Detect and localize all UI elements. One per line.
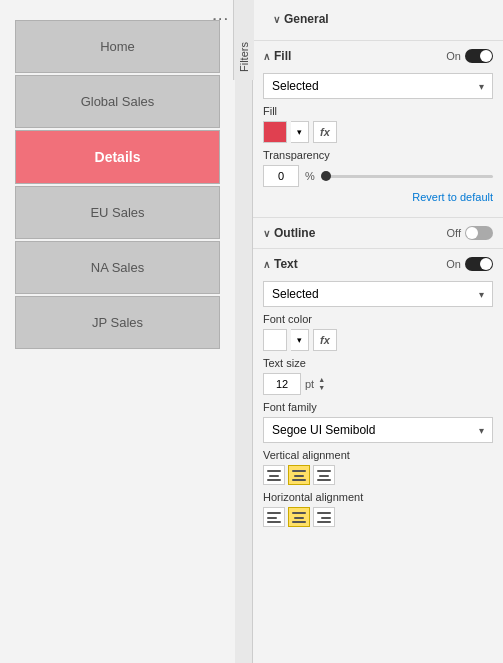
font-color-dropdown-chevron-icon: ▾ <box>297 335 302 345</box>
fill-color-label: Fill <box>263 105 493 117</box>
general-section-header: ∨ General <box>253 0 503 38</box>
font-family-chevron-icon: ▾ <box>479 425 484 436</box>
nav-item-eu-sales[interactable]: EU Sales <box>15 186 220 239</box>
fill-selected-dropdown[interactable]: Selected ▾ <box>263 73 493 99</box>
fill-section: ∧ Fill On Selected ▾ Fill ▾ <box>253 43 503 215</box>
nav-item-global-sales[interactable]: Global Sales <box>15 75 220 128</box>
font-color-dropdown[interactable]: ▾ <box>291 329 309 351</box>
text-size-label: Text size <box>263 357 493 369</box>
general-label: General <box>284 12 329 26</box>
text-section-label: Text <box>274 257 298 271</box>
transparency-slider-thumb <box>321 171 331 181</box>
outline-toggle-label: Off <box>447 227 461 239</box>
horizontal-align-right-icon <box>317 512 331 523</box>
horizontal-align-center-button[interactable] <box>288 507 310 527</box>
text-toggle-label: On <box>446 258 461 270</box>
fill-color-swatch[interactable] <box>263 121 287 143</box>
font-size-row: pt ▲ ▼ <box>263 373 493 395</box>
nav-item-details[interactable]: Details <box>15 130 220 184</box>
font-fx-icon: fx <box>320 334 330 346</box>
filters-sidebar: Filters <box>235 0 253 663</box>
nav-item-na-sales-label: NA Sales <box>91 260 144 275</box>
divider-2 <box>253 217 503 218</box>
fill-selected-value: Selected <box>272 79 319 93</box>
font-size-up-arrow-icon[interactable]: ▲ <box>318 376 325 384</box>
font-fx-button[interactable]: fx <box>313 329 337 351</box>
nav-item-details-label: Details <box>95 149 141 165</box>
font-family-dropdown[interactable]: Segoe UI Semibold ▾ <box>263 417 493 443</box>
fill-chevron-icon[interactable]: ∧ <box>263 51 270 62</box>
outline-section: ∨ Outline Off <box>253 220 503 246</box>
vertical-alignment-label: Vertical alignment <box>263 449 493 461</box>
more-options-icon[interactable]: ··· <box>213 10 229 28</box>
nav-item-jp-sales[interactable]: JP Sales <box>15 296 220 349</box>
vertical-align-middle-button[interactable] <box>288 465 310 485</box>
horizontal-align-left-button[interactable] <box>263 507 285 527</box>
transparency-input[interactable] <box>263 165 299 187</box>
horizontal-align-left-icon <box>267 512 281 523</box>
text-chevron-icon[interactable]: ∧ <box>263 259 270 270</box>
nav-item-na-sales[interactable]: NA Sales <box>15 241 220 294</box>
properties-panel: ∨ General ∧ Fill On Selected ▾ Fill <box>253 0 503 663</box>
vertical-align-top-icon <box>267 470 281 481</box>
vertical-align-middle-icon <box>292 470 306 481</box>
font-size-spinner[interactable]: ▲ ▼ <box>318 376 325 393</box>
nav-item-eu-sales-label: EU Sales <box>90 205 144 220</box>
filters-label: Filters <box>233 0 254 80</box>
divider-1 <box>253 40 503 41</box>
divider-3 <box>253 248 503 249</box>
fill-fx-icon: fx <box>320 126 330 138</box>
vertical-align-top-button[interactable] <box>263 465 285 485</box>
nav-item-home-label: Home <box>100 39 135 54</box>
transparency-row: % <box>263 165 493 187</box>
fill-color-dropdown-chevron-icon: ▾ <box>297 127 302 137</box>
fill-toggle-switch[interactable] <box>465 49 493 63</box>
horizontal-align-center-icon <box>292 512 306 523</box>
left-nav-panel: ··· Home Global Sales Details EU Sales N… <box>0 0 235 663</box>
horizontal-alignment-row <box>263 507 493 527</box>
font-size-input[interactable] <box>263 373 301 395</box>
revert-to-default-link[interactable]: Revert to default <box>263 187 493 207</box>
text-section: ∧ Text On Selected ▾ Font color ▾ <box>253 251 503 535</box>
horizontal-align-right-button[interactable] <box>313 507 335 527</box>
font-size-unit: pt <box>305 378 314 390</box>
fill-dropdown-chevron-icon: ▾ <box>479 81 484 92</box>
general-chevron-icon[interactable]: ∨ <box>273 14 280 25</box>
text-selected-dropdown[interactable]: Selected ▾ <box>263 281 493 307</box>
transparency-slider[interactable] <box>321 175 493 178</box>
font-family-label: Font family <box>263 401 493 413</box>
font-size-down-arrow-icon[interactable]: ▼ <box>318 384 325 392</box>
transparency-label: Transparency <box>263 149 493 161</box>
text-toggle-switch[interactable] <box>465 257 493 271</box>
fill-color-dropdown[interactable]: ▾ <box>291 121 309 143</box>
nav-item-jp-sales-label: JP Sales <box>92 315 143 330</box>
fill-color-row: ▾ fx <box>263 121 493 143</box>
text-dropdown-chevron-icon: ▾ <box>479 289 484 300</box>
fill-toggle-label: On <box>446 50 461 62</box>
outline-section-label: Outline <box>274 226 315 240</box>
outline-toggle-switch[interactable] <box>465 226 493 240</box>
font-color-row: ▾ fx <box>263 329 493 351</box>
text-selected-value: Selected <box>272 287 319 301</box>
horizontal-alignment-label: Horizontal alignment <box>263 491 493 503</box>
vertical-alignment-row <box>263 465 493 485</box>
font-family-value: Segoe UI Semibold <box>272 423 375 437</box>
nav-item-global-sales-label: Global Sales <box>81 94 155 109</box>
nav-item-home[interactable]: Home <box>15 20 220 73</box>
font-color-swatch[interactable] <box>263 329 287 351</box>
fill-fx-button[interactable]: fx <box>313 121 337 143</box>
fill-section-label: Fill <box>274 49 291 63</box>
outline-chevron-icon[interactable]: ∨ <box>263 228 270 239</box>
transparency-unit: % <box>305 170 315 182</box>
font-color-label: Font color <box>263 313 493 325</box>
vertical-align-bottom-button[interactable] <box>313 465 335 485</box>
vertical-align-bottom-icon <box>317 470 331 481</box>
